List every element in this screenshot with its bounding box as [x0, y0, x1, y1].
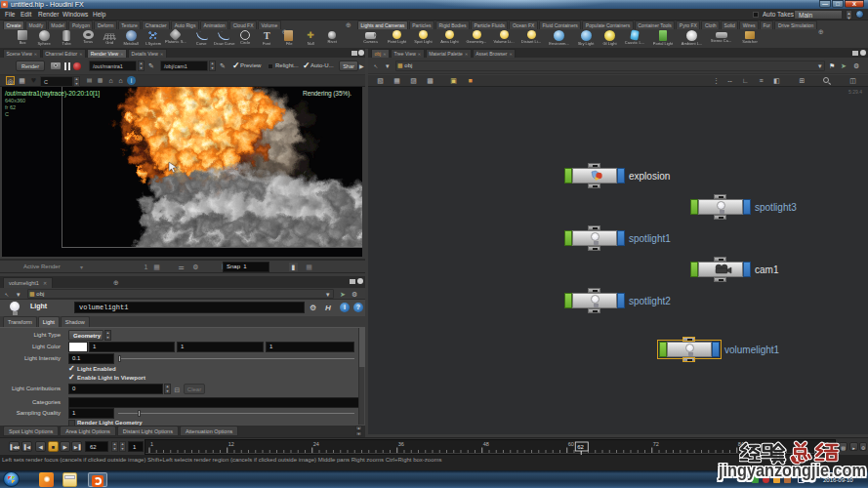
- svg-text:60: 60: [568, 441, 574, 447]
- svg-text:24: 24: [313, 441, 319, 447]
- svg-text:36: 36: [398, 441, 404, 447]
- svg-text:62: 62: [577, 444, 584, 450]
- svg-text:72: 72: [653, 441, 659, 447]
- svg-text:48: 48: [483, 441, 489, 447]
- svg-text:1: 1: [150, 441, 153, 447]
- svg-text:12: 12: [228, 441, 234, 447]
